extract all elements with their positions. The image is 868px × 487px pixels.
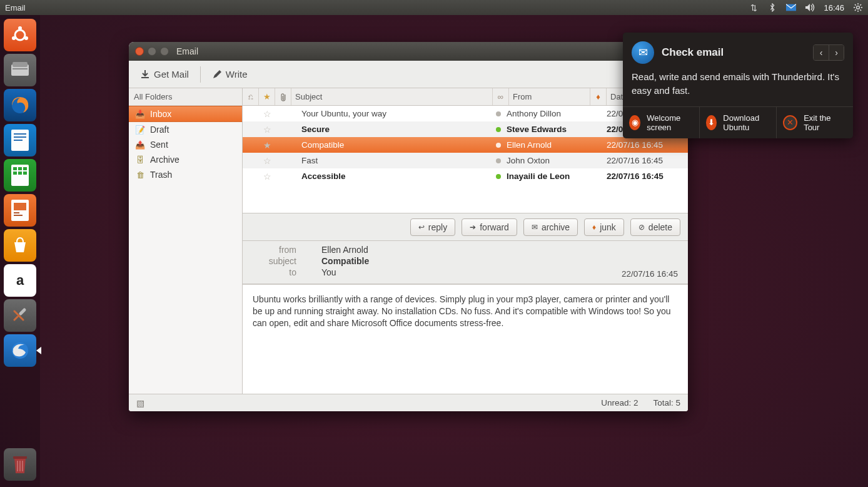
calc-icon[interactable] (4, 159, 36, 192)
mail-row[interactable]: ☆FastJohn Oxton22/07/16 16:45 (243, 153, 688, 168)
star-icon[interactable]: ☆ (243, 109, 275, 119)
amazon-icon[interactable]: a (4, 264, 36, 297)
row-subject: Your Ubuntu, your way (291, 109, 490, 118)
svg-rect-34 (13, 456, 27, 459)
folder-label: Sent (150, 140, 168, 150)
subject-label: subject (253, 256, 296, 266)
attach-col-icon[interactable] (275, 88, 291, 105)
svg-rect-19 (14, 133, 26, 135)
software-center-icon[interactable] (4, 229, 36, 262)
folder-pane: All Folders 📥Inbox📝Draft📤Sent🗄Archive🗑Tr… (129, 88, 243, 394)
top-menubar: Email ⇅ 16:46 (0, 0, 868, 15)
svg-line-6 (855, 4, 856, 6)
folder-label: Draft (150, 125, 169, 135)
trash-icon[interactable] (4, 448, 36, 481)
exit-tour-button[interactable]: ✕Exit the Tour (776, 107, 853, 138)
flag-col-icon[interactable]: ♦ (590, 88, 607, 105)
launcher: a (0, 15, 40, 487)
writer-icon[interactable] (4, 124, 36, 156)
firefox-icon[interactable] (4, 89, 36, 121)
minimize-button[interactable] (148, 47, 156, 56)
junk-button[interactable]: ♦junk (584, 218, 624, 236)
preview-pane: fromEllen Arnold subjectCompatible toYou… (243, 241, 688, 394)
settings-icon[interactable] (4, 299, 36, 332)
mail-row[interactable]: ★CompatibleEllen Arnold22/07/16 16:45 (243, 137, 688, 153)
close-button[interactable] (135, 47, 144, 56)
files-icon[interactable] (4, 54, 36, 86)
folder-label: Archive (150, 155, 179, 165)
folder-icon: 📝 (135, 125, 145, 135)
svg-point-10 (15, 30, 25, 40)
delete-icon: ⊘ (638, 223, 645, 232)
download-ubuntu-button[interactable]: ⬇Download Ubuntu (699, 107, 776, 138)
thunderbird-icon[interactable] (4, 334, 36, 367)
star-icon[interactable]: ★ (243, 140, 275, 150)
welcome-screen-button[interactable]: ◉Welcome screen (623, 107, 699, 138)
svg-rect-21 (14, 140, 23, 141)
tour-body: Read, write and send emails with Thunder… (623, 66, 853, 106)
maximize-button[interactable] (160, 47, 169, 56)
mail-row[interactable]: ☆AccessibleInayaili de Leon22/07/16 16:4… (243, 168, 688, 184)
mail-indicator-icon[interactable] (786, 4, 796, 11)
svg-rect-31 (14, 212, 19, 213)
mail-row[interactable]: ☆Your Ubuntu, your wayAnthony Dillon22/0… (243, 106, 688, 121)
subject-header[interactable]: Subject (291, 88, 493, 105)
window-title: Email (176, 46, 198, 56)
folder-trash[interactable]: 🗑Trash (129, 167, 242, 182)
link-col-icon[interactable]: ∞ (493, 88, 509, 105)
tour-next-button[interactable]: › (829, 45, 844, 60)
impress-icon[interactable] (4, 194, 36, 227)
folder-inbox[interactable]: 📥Inbox (129, 106, 242, 122)
archive-icon: ✉ (532, 223, 538, 232)
svg-rect-15 (13, 62, 28, 67)
activity-icon[interactable]: ▧ (136, 398, 144, 408)
row-date: 22/07/16 16:45 (607, 140, 688, 150)
action-bar: ↩reply ➔forward ✉archive ♦junk ⊘delete (243, 213, 688, 241)
star-icon[interactable]: ☆ (243, 125, 275, 135)
preview-body[interactable]: Ubuntu works brilliantly with a range of… (243, 284, 688, 394)
svg-point-13 (24, 36, 28, 40)
clock[interactable]: 16:46 (824, 3, 844, 13)
gear-icon[interactable] (853, 3, 863, 12)
reply-icon: ↩ (418, 223, 425, 232)
get-mail-button[interactable]: Get Mail (136, 65, 193, 83)
folder-icon: 📥 (135, 110, 145, 119)
svg-point-1 (857, 6, 860, 9)
row-from: John Oxton (507, 156, 588, 165)
star-col-icon[interactable]: ★ (259, 88, 275, 105)
folders-header: All Folders (129, 88, 242, 106)
archive-button[interactable]: ✉archive (523, 218, 578, 236)
volume-icon[interactable] (805, 3, 815, 12)
folder-archive[interactable]: 🗄Archive (129, 152, 242, 167)
network-icon[interactable]: ⇅ (749, 3, 759, 13)
thread-col-icon[interactable]: ⎌ (243, 88, 259, 105)
preview-subject: Compatible (321, 256, 369, 266)
svg-rect-20 (14, 136, 26, 138)
dash-icon[interactable] (4, 19, 36, 51)
get-mail-label: Get Mail (154, 69, 189, 79)
mail-row[interactable]: ☆SecureSteve Edwards22/07/16 16:45 (243, 121, 688, 137)
delete-button[interactable]: ⊘delete (630, 218, 680, 236)
write-button[interactable]: Write (208, 65, 251, 83)
svg-rect-23 (13, 167, 17, 170)
forward-button[interactable]: ➔forward (462, 218, 517, 236)
active-indicator-icon (36, 347, 41, 354)
mail-list[interactable]: ☆Your Ubuntu, your wayAnthony Dillon22/0… (243, 106, 688, 213)
reply-button[interactable]: ↩reply (410, 218, 455, 236)
system-tray: ⇅ 16:46 (749, 3, 863, 13)
svg-line-8 (860, 4, 861, 6)
pencil-icon (212, 69, 222, 79)
tour-nav: ‹ › (813, 44, 844, 61)
row-from: Inayaili de Leon (507, 172, 588, 181)
window-titlebar[interactable]: Email (129, 42, 688, 61)
folder-sent[interactable]: 📤Sent (129, 137, 242, 152)
star-icon[interactable]: ☆ (243, 172, 275, 182)
star-icon[interactable]: ☆ (243, 156, 275, 166)
tour-prev-button[interactable]: ‹ (814, 45, 829, 60)
from-header[interactable]: From (509, 88, 590, 105)
download-circle-icon: ⬇ (706, 115, 717, 130)
preview-to: You (321, 267, 336, 277)
bluetooth-icon[interactable] (767, 3, 777, 12)
svg-line-9 (855, 9, 856, 11)
folder-draft[interactable]: 📝Draft (129, 122, 242, 137)
